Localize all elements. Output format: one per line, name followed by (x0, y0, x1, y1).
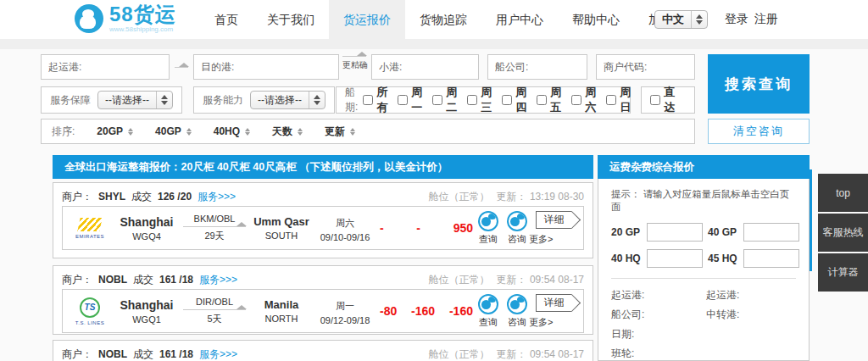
globe-query-icon[interactable] (478, 211, 498, 231)
field-transit-port: 中转港: (706, 305, 739, 325)
register-link[interactable]: 注册 (754, 12, 778, 27)
nav-cargo-tracking[interactable]: 货物追踪 (405, 0, 481, 39)
search-button[interactable]: 搜索查询 (708, 54, 810, 114)
clear-button[interactable]: 清空咨询 (708, 119, 810, 144)
globe-query-icon[interactable] (478, 294, 498, 314)
nav-user-center[interactable]: 用户中心 (481, 0, 558, 39)
weekday-checkbox-thu[interactable]: 周四 (502, 85, 531, 115)
deal-label: 成交 (133, 273, 153, 287)
deal-label: 成交 (133, 347, 153, 361)
weekday-checkbox-all[interactable]: 所有 (363, 85, 392, 115)
origin-port: Shanghai (114, 215, 180, 229)
qty-label-45hq: 45 HQ (708, 253, 738, 264)
service-link[interactable]: 服务>>> (198, 190, 236, 204)
origin-terminal: WGQ1 (114, 314, 180, 325)
globe-consult-icon[interactable] (507, 294, 527, 314)
sort-20gp[interactable]: 20GP (97, 125, 133, 137)
weekday-checkbox-fri[interactable]: 周五 (537, 85, 566, 115)
service-ability-group: 服务能力 --请选择-- (193, 86, 335, 114)
carrier-input[interactable] (487, 54, 587, 80)
sort-40gp[interactable]: 40GP (155, 125, 192, 137)
refine-toggle[interactable]: 更精确 (342, 56, 368, 71)
checkbox-icon[interactable] (537, 95, 547, 105)
sailing-weekday: 周一 (314, 300, 376, 313)
scroll-indicator-strip (810, 169, 812, 271)
sort-40hq[interactable]: 40HQ (214, 125, 250, 137)
weekday-checkbox-sun[interactable]: 周日 (606, 85, 636, 115)
carrier-name: EMIRATES (66, 234, 114, 239)
destination-port: Umm Qasr (249, 215, 314, 228)
deal-label: 成交 (131, 190, 152, 204)
route-arrow-icon (183, 226, 246, 227)
nav-freight-quotes[interactable]: 货运报价 (329, 0, 405, 39)
brand-site-url: www.58shipping.com (109, 25, 176, 33)
service-hotline-button[interactable]: 客服热线 (818, 214, 868, 252)
checkbox-icon[interactable] (467, 95, 477, 105)
merchant-label: 商户： (62, 190, 92, 204)
destination-port: Manila (249, 298, 314, 311)
sort-arrows-icon (350, 128, 355, 136)
query-action[interactable]: 查询 (478, 211, 498, 246)
service-guarantee-group: 服务保障 --请选择-- (41, 86, 182, 114)
brand-logo[interactable]: 58货运 www.58shipping.com (75, 4, 176, 33)
quote-card-header: 商户： SHYL 成交 126 /20 服务>>> 舱位（正常） 更新： 13:… (62, 187, 584, 206)
route-arrow-icon (183, 309, 246, 310)
nav-about[interactable]: 关于我们 (253, 0, 329, 39)
quote-card-body: EMIRATES Shanghai WGQ4 BKM/OBL 29天 Umm Q… (62, 206, 584, 250)
checkbox-icon[interactable] (432, 95, 442, 105)
checkbox-icon[interactable] (606, 95, 616, 105)
query-action[interactable]: 查询 (478, 294, 498, 329)
consult-action[interactable]: 咨询 (507, 211, 527, 246)
sort-days[interactable]: 天数 (272, 125, 303, 139)
direct-checkbox[interactable]: 直达 (650, 85, 686, 115)
refine-label: 更精确 (342, 59, 368, 71)
qty-input-40gp[interactable] (743, 223, 799, 242)
quotes-panel-title: 全球出口海运整箱报价：20尺柜 40尺柜 40尺高柜 （下述顺位排列，以美金计价… (53, 155, 593, 179)
sort-arrows-icon (128, 128, 133, 136)
updated-time: 更新： 09:54 08-17 (497, 347, 584, 361)
more-link[interactable]: 更多> (529, 316, 578, 329)
checkbox-icon[interactable] (502, 95, 512, 105)
weekday-checkbox-mon[interactable]: 周一 (398, 85, 427, 115)
merchant-code-input[interactable] (596, 54, 695, 80)
sort-updated[interactable]: 更新 (325, 125, 355, 139)
destination-port-input[interactable] (193, 54, 339, 80)
detail-button[interactable]: 详细 (536, 211, 571, 229)
weekday-checkbox-sat[interactable]: 周六 (571, 85, 601, 115)
nav-help-center[interactable]: 帮助中心 (558, 0, 634, 39)
nav-home[interactable]: 首页 (200, 0, 253, 39)
consult-action[interactable]: 咨询 (507, 294, 527, 329)
price-40gp: -160 (411, 304, 435, 318)
qty-input-40hq[interactable] (647, 249, 703, 268)
language-select[interactable]: 中文 (654, 10, 708, 29)
back-to-top-button[interactable]: top (818, 174, 868, 212)
service-link[interactable]: 服务>>> (199, 347, 237, 361)
origin-port-input[interactable] (41, 54, 170, 80)
carrier-name: T.S. LINES (66, 320, 114, 325)
checkbox-icon[interactable] (571, 95, 581, 105)
service-guarantee-select[interactable]: --请选择-- (97, 91, 173, 109)
weekday-checkbox-tue[interactable]: 周二 (432, 85, 462, 115)
sort-arrows-icon (245, 128, 250, 136)
minor-port-input[interactable] (371, 54, 479, 80)
brand-name: 58货运 (109, 4, 176, 25)
checkbox-icon[interactable] (363, 95, 373, 105)
price-40hq: 950 (453, 221, 473, 235)
weekday-checkbox-wed[interactable]: 周三 (467, 85, 497, 115)
qty-input-45hq[interactable] (743, 249, 799, 268)
service-ability-select[interactable]: --请选择-- (250, 91, 326, 109)
emirates-logo-icon (77, 218, 102, 231)
sort-label: 排序: (52, 125, 75, 139)
detail-button[interactable]: 详细 (536, 294, 571, 312)
qty-input-20gp[interactable] (647, 223, 703, 242)
updated-time: 更新： 09:54 08-17 (497, 273, 584, 287)
calculator-button[interactable]: 计算器 (818, 253, 868, 292)
login-link[interactable]: 登录 (725, 12, 748, 27)
globe-consult-icon[interactable] (507, 211, 527, 231)
checkbox-icon[interactable] (650, 95, 660, 105)
sort-bar: 排序: 20GP 40GP 40HQ 天数 更新 (41, 119, 695, 144)
checkbox-icon[interactable] (398, 95, 408, 105)
service-link[interactable]: 服务>>> (199, 273, 237, 287)
qty-label-40hq: 40 HQ (611, 253, 642, 264)
more-link[interactable]: 更多> (529, 233, 578, 246)
